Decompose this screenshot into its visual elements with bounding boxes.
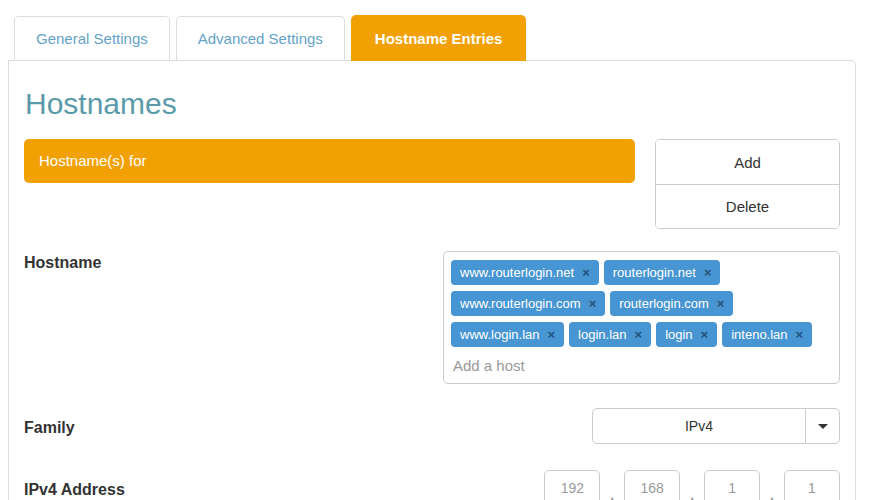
tab-advanced-settings[interactable]: Advanced Settings <box>176 16 345 60</box>
tag-label: www.routerlogin.com <box>460 296 581 311</box>
ipv4-octet-3-input[interactable] <box>704 470 760 500</box>
family-field-row: Family IPv4 <box>24 408 840 444</box>
tab-hostname-entries[interactable]: Hostname Entries <box>351 15 527 61</box>
add-button[interactable]: Add <box>656 140 839 184</box>
delete-button[interactable]: Delete <box>656 184 839 228</box>
hostname-tag[interactable]: routerlogin.com × <box>610 291 733 316</box>
tag-label: routerlogin.com <box>619 296 709 311</box>
remove-tag-icon[interactable]: × <box>717 297 725 310</box>
remove-tag-icon[interactable]: × <box>701 328 709 341</box>
add-host-input[interactable]: Add a host <box>450 350 833 378</box>
remove-tag-icon[interactable]: × <box>548 328 556 341</box>
hostname-tag[interactable]: inteno.lan × <box>722 322 812 347</box>
remove-tag-icon[interactable]: × <box>704 266 712 279</box>
tag-label: inteno.lan <box>731 327 787 342</box>
hostname-label: Hostname <box>24 251 101 272</box>
ipv4-octet-1-input[interactable] <box>544 470 600 500</box>
hostname-section-banner[interactable]: Hostname(s) for <box>24 139 635 183</box>
action-button-group: Add Delete <box>655 139 840 229</box>
family-select-value: IPv4 <box>593 409 805 443</box>
remove-tag-icon[interactable]: × <box>589 297 597 310</box>
ipv4-octet-group: . . . <box>544 470 840 500</box>
ipv4-octet-2-input[interactable] <box>624 470 680 500</box>
hostname-tags-input[interactable]: www.routerlogin.net × routerlogin.net × … <box>443 251 840 384</box>
family-select[interactable]: IPv4 <box>592 408 840 444</box>
remove-tag-icon[interactable]: × <box>582 266 590 279</box>
hostname-tag[interactable]: login × <box>656 322 717 347</box>
hostname-tag[interactable]: login.lan × <box>569 322 651 347</box>
tag-label: login <box>665 327 692 342</box>
octet-separator: . <box>770 487 774 500</box>
page-title: Hostnames <box>25 87 840 121</box>
hostname-tag[interactable]: www.login.lan × <box>451 322 564 347</box>
remove-tag-icon[interactable]: × <box>635 328 643 341</box>
octet-separator: . <box>690 487 694 500</box>
tag-label: www.routerlogin.net <box>460 265 574 280</box>
tag-label: www.login.lan <box>460 327 540 342</box>
tag-label: routerlogin.net <box>613 265 696 280</box>
octet-separator: . <box>610 487 614 500</box>
toolbar-row: Hostname(s) for Add Delete <box>24 139 840 229</box>
ipv4-address-label: IPv4 Address <box>24 478 125 499</box>
ipv4-field-row: IPv4 Address . . . <box>24 470 840 500</box>
tab-general-settings[interactable]: General Settings <box>14 16 170 60</box>
family-label: Family <box>24 416 75 437</box>
chevron-down-icon <box>818 424 828 429</box>
hostname-entries-panel: Hostnames Hostname(s) for Add Delete Hos… <box>8 60 856 500</box>
family-select-caret-button[interactable] <box>805 409 839 443</box>
hostname-tag[interactable]: routerlogin.net × <box>604 260 721 285</box>
hostname-field-row: Hostname www.routerlogin.net × routerlog… <box>24 251 840 384</box>
tab-bar: General Settings Advanced Settings Hostn… <box>0 0 872 60</box>
remove-tag-icon[interactable]: × <box>796 328 804 341</box>
ipv4-octet-4-input[interactable] <box>784 470 840 500</box>
tag-label: login.lan <box>578 327 626 342</box>
hostname-tag[interactable]: www.routerlogin.com × <box>451 291 605 316</box>
hostname-tag[interactable]: www.routerlogin.net × <box>451 260 599 285</box>
